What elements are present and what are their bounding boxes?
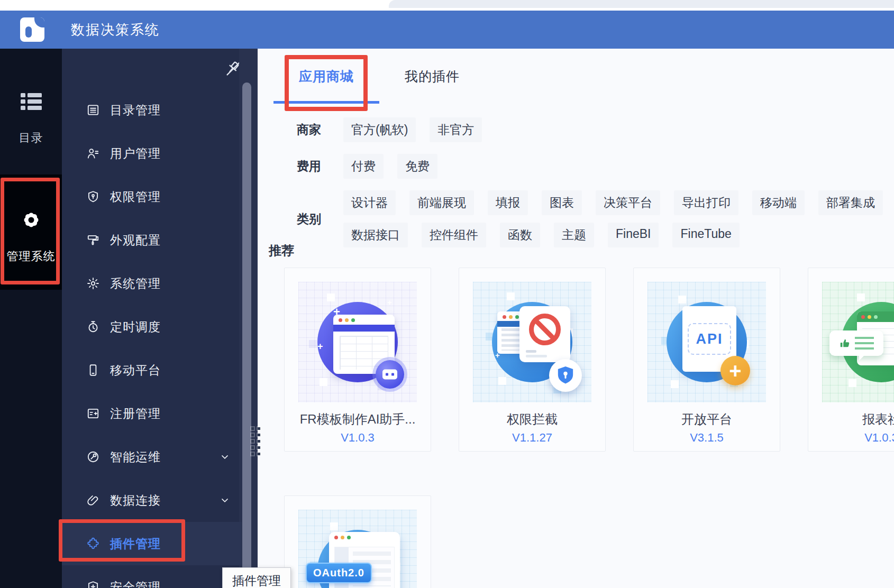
shield-plus-icon [86, 580, 100, 588]
tab-app-store[interactable]: 应用商城 [273, 49, 379, 104]
plugin-card-permission-block[interactable]: + + 权限拦截 V1.1.27 [459, 268, 606, 452]
robot-chat-badge-icon [376, 360, 404, 389]
plugin-version: V1.0.3 [808, 431, 894, 445]
menu-item-label: 用户管理 [110, 145, 161, 162]
thumbs-up-bubble-icon [829, 330, 883, 356]
filter-pill-finetube[interactable]: FineTube [672, 223, 739, 247]
rail-item-admin-label: 管理系统 [0, 249, 62, 264]
menu-item-permissions[interactable]: 权限管理 [62, 175, 242, 218]
plugin-version: V1.1.27 [459, 431, 605, 445]
oauth-label-badge: OAuth2.0 [306, 563, 372, 583]
screen: 数据决策系统 目录 管理系统 目录管理 用户管理 [0, 0, 894, 588]
plugin-title: 报表社 [808, 411, 894, 428]
filter-label: 费用 [297, 154, 343, 179]
filter-pill-frontend[interactable]: 前端展现 [409, 190, 474, 215]
finereport-logo-icon[interactable] [20, 17, 44, 42]
gear-icon [19, 207, 44, 233]
stopwatch-icon [86, 320, 100, 334]
tab-bar: 应用商城 我的插件 [258, 49, 894, 104]
window-dots-icon [333, 315, 395, 322]
no-entry-icon [529, 314, 561, 345]
menu-item-mobile[interactable]: 移动平台 [62, 348, 242, 392]
tab-my-plugins[interactable]: 我的插件 [379, 49, 485, 104]
plugin-title: 开放平台 [634, 411, 780, 428]
rail-item-admin[interactable]: 管理系统 [0, 174, 62, 290]
menu-item-data-connection[interactable]: 数据连接 [62, 479, 242, 522]
menu-item-register[interactable]: 注册管理 [62, 392, 242, 435]
filter-pill-paid[interactable]: 付费 [343, 154, 384, 179]
card-row-2: + OAuth2.0 [284, 495, 431, 588]
ops-wrench-icon [86, 450, 100, 464]
api-label: API [696, 331, 723, 347]
menu-item-label: 外观配置 [110, 232, 161, 249]
plugin-thumbnail: API + [647, 282, 766, 402]
filter-pill-theme[interactable]: 主题 [554, 223, 594, 247]
app-header: 数据决策系统 [0, 11, 894, 49]
filter-pill-designer[interactable]: 设计器 [343, 190, 396, 215]
app-title: 数据决策系统 [71, 21, 160, 39]
chevron-down-icon [220, 495, 230, 506]
menu-item-label: 插件管理 [110, 536, 161, 552]
shield-badge-icon [549, 359, 582, 392]
cog-icon [86, 277, 100, 290]
rail-item-catalog[interactable]: 目录 [0, 91, 62, 146]
directory-doc-icon [86, 103, 100, 117]
filter-label: 类别 [297, 211, 343, 227]
menu-item-label: 目录管理 [110, 102, 161, 118]
plugin-title: FR模板制作AI助手... [285, 411, 431, 428]
sidebar-scrollbar[interactable] [242, 82, 251, 588]
menu-item-appearance[interactable]: 外观配置 [62, 218, 242, 262]
filter-row-category: 类别 设计器 前端展现 填报 图表 决策平台 导出打印 移动端 部署集成 数据接… [258, 190, 894, 247]
browser-strip [0, 0, 894, 11]
paint-roller-icon [86, 233, 100, 247]
filter-pill-dataentry[interactable]: 填报 [488, 190, 528, 215]
plugin-card-open-platform[interactable]: API + 开放平台 V3.1.5 [633, 268, 780, 452]
menu-item-label: 移动平台 [110, 362, 161, 379]
plugin-thumbnail [822, 282, 894, 402]
filter-pill-chart[interactable]: 图表 [542, 190, 582, 215]
menu-item-security[interactable]: 安全管理 [62, 565, 242, 588]
plugin-management-tooltip: 插件管理 [222, 567, 291, 588]
filter-pill-mobile[interactable]: 移动端 [752, 190, 805, 215]
menu-item-users[interactable]: 用户管理 [62, 132, 242, 175]
filter-pill-official[interactable]: 官方(帆软) [343, 117, 416, 142]
menu-item-label: 权限管理 [110, 189, 161, 205]
filter-pill-decision[interactable]: 决策平台 [596, 190, 660, 215]
card-row-1: + + + FR模板制作AI助手... V1.0.3 [284, 268, 894, 452]
main-content: 应用商城 我的插件 商家 官方(帆软) 非官方 费用 付费 免费 类别 [258, 49, 894, 588]
menu-item-directory[interactable]: 目录管理 [62, 88, 242, 132]
rail-item-catalog-label: 目录 [0, 130, 62, 146]
menu-item-system[interactable]: 系统管理 [62, 262, 242, 305]
filter-pill-finebi[interactable]: FineBI [608, 223, 659, 247]
filter-pill-function[interactable]: 函数 [500, 223, 540, 247]
plugin-card-oauth[interactable]: + OAuth2.0 [284, 495, 431, 588]
user-icon [86, 146, 100, 160]
directory-list-icon [19, 91, 43, 112]
menu-item-label: 安全管理 [110, 579, 161, 588]
menu-item-label: 注册管理 [110, 406, 161, 422]
menu-item-label: 系统管理 [110, 275, 161, 292]
filter-pill-unofficial[interactable]: 非官方 [430, 117, 482, 142]
filter-pill-free[interactable]: 免费 [397, 154, 437, 179]
menu-item-label: 定时调度 [110, 319, 161, 335]
filter-row-merchant: 商家 官方(帆软) 非官方 [258, 117, 894, 142]
filter-pill-widget[interactable]: 控件组件 [422, 223, 486, 247]
icon-rail: 目录 管理系统 [0, 49, 62, 588]
recommend-heading: 推荐 [269, 242, 294, 259]
sidebar-resize-handle[interactable] [251, 427, 260, 455]
shield-key-icon [86, 190, 100, 204]
plugin-thumbnail: + + + [298, 282, 417, 402]
filter-row-fee: 费用 付费 免费 [258, 154, 894, 179]
plugin-card-ai-assistant[interactable]: + + + FR模板制作AI助手... V1.0.3 [284, 268, 431, 452]
filter-label: 商家 [297, 117, 343, 142]
filter-pill-dataapi[interactable]: 数据接口 [343, 223, 408, 247]
menu-item-intelligent-ops[interactable]: 智能运维 [62, 435, 242, 479]
menu-item-schedule[interactable]: 定时调度 [62, 305, 242, 348]
filter-pill-export[interactable]: 导出打印 [674, 190, 738, 215]
plugin-card-report-community[interactable]: 报表社 V1.0.3 [808, 268, 894, 452]
menu-item-plugins[interactable]: 插件管理 [62, 522, 242, 565]
plugin-thumbnail: + + [473, 282, 591, 402]
plus-badge-icon: + [720, 356, 750, 385]
admin-sidebar: 目录管理 用户管理 权限管理 外观配置 系统管理 定时调度 [62, 49, 258, 588]
filter-pill-deploy[interactable]: 部署集成 [818, 190, 883, 215]
